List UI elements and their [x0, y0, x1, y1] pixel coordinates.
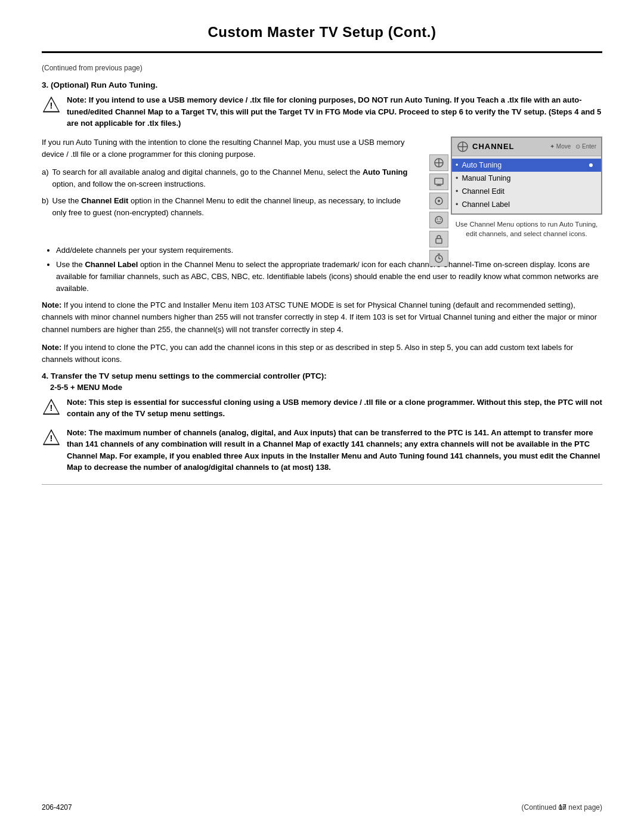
section4-note1-text: Note: This step is essential for success…	[67, 397, 602, 420]
channel-menu-item-1[interactable]: • Manual Tuning	[452, 172, 601, 185]
note1-block: ! Note: If you intend to use a USB memor…	[42, 94, 602, 129]
svg-rect-14	[436, 239, 442, 243]
channel-menu-box: CHANNEL ✦ Move ⊙ Enter • Auto Tuning	[451, 137, 602, 215]
channel-menu-item-2[interactable]: • Channel Edit	[452, 185, 601, 198]
sidebar-icon-face	[429, 212, 448, 228]
channel-item-label-0: Auto Tuning	[462, 161, 501, 169]
svg-text:!: !	[50, 101, 53, 110]
svg-rect-6	[435, 178, 443, 184]
item-bullet-1: •	[456, 174, 458, 182]
sidebar-icons	[429, 154, 448, 267]
channel-menu-title: CHANNEL	[472, 142, 515, 151]
page-number: 206-4207	[42, 803, 72, 812]
continued-from: (Continued from previous page)	[42, 64, 602, 72]
channel-menu-wrapper: CHANNEL ✦ Move ⊙ Enter • Auto Tuning	[429, 137, 602, 239]
svg-point-13	[440, 218, 441, 219]
item-radio-0	[587, 161, 595, 169]
item-bullet-2: •	[456, 187, 458, 196]
channel-menu-item-0[interactable]: • Auto Tuning	[452, 159, 601, 172]
section4-heading: 4. Transfer the TV setup menu settings t…	[42, 371, 602, 380]
item-bullet-3: •	[456, 200, 458, 209]
bullet-list: Add/delete channels per your system requ…	[56, 244, 602, 295]
sidebar-icon-timer	[429, 250, 448, 267]
channel-item-label-1: Manual Tuning	[462, 174, 510, 182]
section4-note1-block: ! Note: This step is essential for succe…	[42, 397, 602, 420]
svg-text:!: !	[50, 403, 53, 413]
item-b-text: Use the Channel Edit option in the Chann…	[52, 195, 413, 219]
item-a: a) To search for all available analog an…	[42, 166, 413, 190]
item-b: b) Use the Channel Edit option in the Ch…	[42, 195, 413, 219]
item-a-text: To search for all available analog and d…	[52, 166, 413, 190]
content-left: If you run Auto Tuning with the intentio…	[42, 137, 413, 239]
channel-menu-items: • Auto Tuning • Manual Tuning • Channel …	[452, 156, 601, 213]
svg-point-11	[435, 216, 442, 224]
item-b-label: b)	[42, 195, 49, 219]
section4-note2-block: ! Note: The maximum number of channels (…	[42, 427, 602, 473]
bullet-item-1: Use the Channel Label option in the Chan…	[56, 259, 602, 295]
top-rule	[42, 51, 602, 53]
note2-para: Note: If you intend to clone the PTC and…	[42, 299, 602, 335]
body-para: If you run Auto Tuning with the intentio…	[42, 137, 413, 160]
sidebar-icon-setup	[429, 174, 448, 190]
section4-block: 4. Transfer the TV setup menu settings t…	[42, 371, 602, 473]
item-a-label: a)	[42, 166, 49, 190]
section3-heading: 3. (Optional) Run Auto Tuning.	[42, 80, 602, 89]
item-bullet-0: •	[456, 161, 458, 169]
enter-ctrl: ⊙ Enter	[575, 143, 596, 150]
warning-icon-2: !	[42, 398, 61, 417]
channel-header-icon	[457, 141, 469, 153]
channel-menu-item-3[interactable]: • Channel Label	[452, 198, 601, 211]
channel-item-label-2: Channel Edit	[462, 187, 504, 196]
bullet-item-0: Add/delete channels per your system requ…	[56, 244, 602, 256]
channel-menu-header-left: CHANNEL	[457, 141, 515, 153]
channel-menu-header: CHANNEL ✦ Move ⊙ Enter	[452, 138, 601, 156]
warning-icon-3: !	[42, 428, 61, 447]
sidebar-icon-lock	[429, 231, 448, 247]
note1-text: Note: If you intend to use a USB memory …	[67, 94, 602, 129]
svg-point-10	[438, 200, 440, 202]
svg-text:!: !	[50, 433, 53, 443]
bottom-rule	[42, 484, 602, 485]
note3-para: Note: If you intend to clone the PTC, yo…	[42, 342, 602, 366]
page-num-right: 17	[559, 803, 566, 812]
section4-note2-text: Note: The maximum number of channels (an…	[67, 427, 602, 473]
channel-menu-controls: ✦ Move ⊙ Enter	[550, 143, 596, 150]
content-right: CHANNEL ✦ Move ⊙ Enter • Auto Tuning	[429, 137, 602, 239]
channel-item-label-3: Channel Label	[462, 200, 510, 209]
content-columns: If you run Auto Tuning with the intentio…	[42, 137, 602, 239]
note1-bold: Note: If you intend to use a USB memory …	[67, 95, 601, 128]
sidebar-icon-circle	[429, 193, 448, 209]
sidebar-icon-channel	[429, 154, 448, 171]
section4-sub: 2-5-5 + MENU Mode	[50, 383, 602, 392]
warning-icon: !	[42, 95, 61, 114]
menu-caption: Use Channel Menu options to run Auto Tun…	[451, 219, 602, 239]
page-title: Custom Master TV Setup (Cont.)	[42, 24, 602, 41]
move-ctrl: ✦ Move	[550, 143, 571, 150]
svg-point-12	[437, 218, 438, 219]
